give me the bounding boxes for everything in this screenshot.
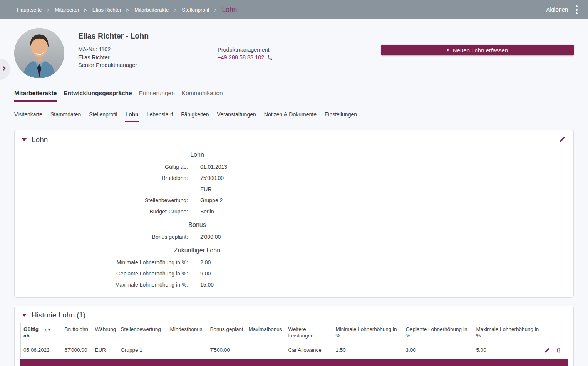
subtab-lebenslauf[interactable]: Lebenslauf [147,111,173,122]
form-row: Geplante Lohnerhöhung in %: 9.00 [15,269,573,280]
column-header-mindestbonus[interactable]: Mindestbonus [168,323,208,342]
form-row: EUR [15,184,573,195]
historie-count: (1) [77,311,85,319]
edit-lohn-button[interactable] [558,135,566,144]
subtab-lohn[interactable]: Lohn [125,111,138,122]
subtab-visitenkarte[interactable]: Visitenkarte [14,111,42,122]
phone-icon [267,55,273,60]
delete-row-button[interactable] [556,347,561,353]
phone-link[interactable]: +49 288 58 88 102 [218,54,264,61]
breadcrumb-separator-icon: ▷ [174,8,177,12]
column-header-bonus-geplant[interactable]: Bonus geplant [208,323,246,342]
field-label: Budget-Gruppe: [15,207,193,218]
breadcrumb-separator-icon: ▷ [214,8,217,12]
cell-stellenbewertung: Gruppe 1 [118,342,168,358]
field-label: Bonus geplant: [15,232,193,243]
breadcrumb-separator-icon: ▷ [47,8,50,12]
subtab-veranstaltungen[interactable]: Veranstaltungen [217,111,256,122]
main-tabs: Mitarbeiterakte Entwicklungsgespräche Er… [14,90,223,102]
section-heading-bonus: Bonus [15,222,380,228]
column-header-stellenbewertung[interactable]: Stellenbewertung [118,323,168,342]
section-heading-zukuenftiger-lohn: Zukünftiger Lohn [15,247,380,254]
cell-bonus-geplant: 7'500.00 [208,342,246,358]
column-header-max-lohnerhoehung[interactable]: Maximale Lohnerhöhung in % [474,323,544,342]
employee-name: Elias Richter [78,54,137,62]
tab-kommunikation[interactable]: Kommunikation [182,90,223,102]
lohn-panel-header: Lohn [15,130,573,144]
table-row[interactable]: 05.06.2023 67'000.00 EUR Gruppe 1 7'500.… [21,342,568,358]
cell-mindestbonus [168,342,208,358]
breadcrumb-mitarbeiterakte[interactable]: Mitarbeiterakte [134,7,169,13]
cell-min-lohnerhoehung: 1.50 [333,342,403,358]
field-value-budget-gruppe: Berlin [193,207,573,218]
breadcrumb-hauptseite[interactable]: Hauptseite [17,7,42,13]
breadcrumb-stellenprofil[interactable]: Stellenprofil [182,7,209,13]
table-header-row: Gültig ab ∧ ▼ Bruttolohn Währung Stellen… [21,323,568,342]
sidebar-expand-handle[interactable] [0,59,10,79]
field-value-waehrung: EUR [193,184,573,195]
column-label: Gültig ab [23,326,42,339]
cell-actions [544,342,568,358]
column-header-bruttolohn[interactable]: Bruttolohn [62,323,92,342]
column-header-weitere-leistungen[interactable]: Weitere Leistungen [286,323,333,342]
breadcrumb-bar: Hauptseite ▷ Mitarbeiter ▷ Elias Richter… [0,0,588,19]
form-row: Minimale Lohnerhöhung in %: 2.00 [15,257,573,269]
lohn-panel: Lohn Lohn Gültig ab: 01.01.2013 Bruttolo… [14,130,574,298]
sort-icon[interactable]: ∧ ▼ [44,327,51,334]
employee-job-title: Senior Produktmanager [78,61,137,69]
column-header-geplante-lohnerhoehung[interactable]: Geplante Lohnerhöhung in % [403,323,474,342]
column-header-actions [544,323,568,342]
subtab-notizen-dokumente[interactable]: Notizen & Dokumente [264,111,317,122]
tab-mitarbeiterakte[interactable]: Mitarbeiterakte [14,90,57,102]
form-section-lohn: Lohn Gültig ab: 01.01.2013 Bruttolohn: 7… [15,151,573,218]
field-label: Bruttolohn: [15,173,193,184]
form-row: Gültig ab: 01.01.2013 [15,162,573,173]
collapse-icon[interactable] [22,314,27,317]
historie-panel-title: Historie Lohn [32,311,75,319]
field-value-bonus-geplant: 2'000.00 [193,232,573,243]
cell-max-lohnerhoehung: 5.00 [474,342,544,358]
edit-row-button[interactable] [544,347,550,353]
table-footer-bar [20,359,568,366]
collapse-icon[interactable] [22,138,27,141]
field-label: Gültig ab: [15,162,193,173]
subtab-stammdaten[interactable]: Stammdaten [50,111,81,122]
column-header-waehrung[interactable]: Währung [92,323,118,342]
historie-table: Gültig ab ∧ ▼ Bruttolohn Währung Stellen… [20,323,568,358]
subtab-faehigkeiten[interactable]: Fähigkeiten [181,111,209,122]
aktionen-button[interactable]: Aktionen [546,7,568,13]
tab-erinnerungen[interactable]: Erinnerungen [139,90,175,102]
sort-asc-icon: ∧ [44,327,47,334]
cell-maximalbonus [246,342,286,358]
column-header-gueltig-ab[interactable]: Gültig ab ∧ ▼ [21,323,62,342]
trash-icon [556,347,561,353]
historie-table-wrap: Gültig ab ∧ ▼ Bruttolohn Währung Stellen… [20,323,568,366]
form-row: Stellenbewertung: Gruppe 2 [15,195,573,207]
field-value-geplante-lohnerhoehung: 9.00 [193,269,573,280]
form-row: Budget-Gruppe: Berlin [15,207,573,218]
cell-waehrung: EUR [92,342,118,358]
breadcrumb-current-lohn: Lohn [222,6,237,14]
column-header-maximalbonus[interactable]: Maximalbonus [246,323,286,342]
form-row: Bonus geplant: 2'000.00 [15,232,573,243]
kebab-menu-icon[interactable] [574,4,580,15]
column-header-min-lohnerhoehung[interactable]: Minimale Lohnerhöhung in % [333,323,403,342]
field-value-bruttolohn: 75'000.00 [193,173,573,184]
cell-gueltig-ab: 05.06.2023 [21,342,62,358]
lohn-form: Lohn Gültig ab: 01.01.2013 Bruttolohn: 7… [15,144,573,291]
page-title: Elias Richter - Lohn [78,32,149,40]
field-value-min-lohnerhoehung: 2.00 [193,257,573,269]
cell-geplante-lohnerhoehung: 3.00 [403,342,474,358]
subtab-einstellungen[interactable]: Einstellungen [325,111,357,122]
tab-entwicklungsgespraeche[interactable]: Entwicklungsgespräche [64,90,132,102]
field-label: Geplante Lohnerhöhung in %: [15,269,193,280]
pencil-icon [559,136,566,143]
field-value-stellenbewertung: Gruppe 2 [193,195,573,207]
historie-panel-header: Historie Lohn (1) [15,306,573,319]
field-label [15,184,193,195]
breadcrumb-mitarbeiter[interactable]: Mitarbeiter [55,7,79,13]
breadcrumb-elias-richter[interactable]: Elias Richter [92,7,122,13]
neuen-lohn-erfassen-button[interactable]: Neuen Lohn erfassen [381,45,574,55]
section-heading-lohn: Lohn [15,151,380,158]
subtab-stellenprofil[interactable]: Stellenprofil [89,111,117,122]
